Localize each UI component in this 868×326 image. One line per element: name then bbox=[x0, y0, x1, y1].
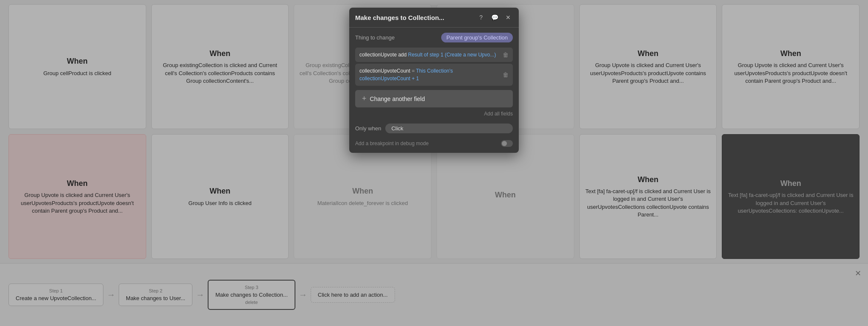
field-row-1-text: collectionUpvote add Result of step 1 (C… bbox=[359, 51, 498, 59]
breakpoint-toggle[interactable] bbox=[501, 140, 513, 147]
field-row-1-link[interactable]: Result of step 1 (Create a new Upvo...) bbox=[408, 52, 496, 58]
field-row-2-eq: = bbox=[412, 68, 416, 74]
click-badge[interactable]: Click bbox=[385, 124, 513, 133]
add-all-fields[interactable]: Add all fields bbox=[349, 109, 519, 120]
field-row-2-text: collectionUpvoteCount = This Collection'… bbox=[359, 67, 498, 82]
field-row-1-left: collectionUpvote add bbox=[359, 52, 408, 58]
plus-icon: + bbox=[362, 94, 367, 103]
field-row-2: collectionUpvoteCount = This Collection'… bbox=[355, 64, 513, 86]
change-another-field-btn[interactable]: + Change another field bbox=[355, 90, 513, 107]
breakpoint-label: Add a breakpoint in debug mode bbox=[355, 141, 497, 146]
collection-badge[interactable]: Parent group's Collection bbox=[441, 33, 513, 42]
modal-title: Make changes to Collection... bbox=[355, 14, 476, 21]
close-icon: ✕ bbox=[506, 14, 511, 21]
modal-header-icons: ? 💬 ✕ bbox=[476, 13, 513, 22]
thing-to-change-row: Thing to change Parent group's Collectio… bbox=[349, 28, 519, 46]
add-all-fields-label: Add all fields bbox=[484, 111, 513, 117]
only-when-row: Only when Click bbox=[349, 120, 519, 137]
thing-to-change-label: Thing to change bbox=[355, 34, 438, 41]
change-another-field-label: Change another field bbox=[370, 96, 425, 102]
modal-dialog: Make changes to Collection... ? 💬 ✕ Thin… bbox=[349, 8, 519, 153]
breakpoint-row: Add a breakpoint in debug mode bbox=[349, 137, 519, 153]
field-row-1-delete[interactable]: 🗑 bbox=[503, 51, 509, 58]
field-row-2-delete[interactable]: 🗑 bbox=[503, 71, 509, 78]
modal-close-btn[interactable]: ✕ bbox=[504, 13, 513, 22]
help-icon: ? bbox=[479, 14, 483, 21]
chat-icon: 💬 bbox=[491, 14, 498, 21]
field-row-1: collectionUpvote add Result of step 1 (C… bbox=[355, 48, 513, 62]
field-row-2-left: collectionUpvoteCount bbox=[359, 68, 412, 74]
only-when-label: Only when bbox=[355, 125, 381, 132]
modal-header: Make changes to Collection... ? 💬 ✕ bbox=[349, 8, 519, 28]
help-icon-btn[interactable]: ? bbox=[476, 13, 486, 22]
chat-icon-btn[interactable]: 💬 bbox=[490, 13, 499, 22]
